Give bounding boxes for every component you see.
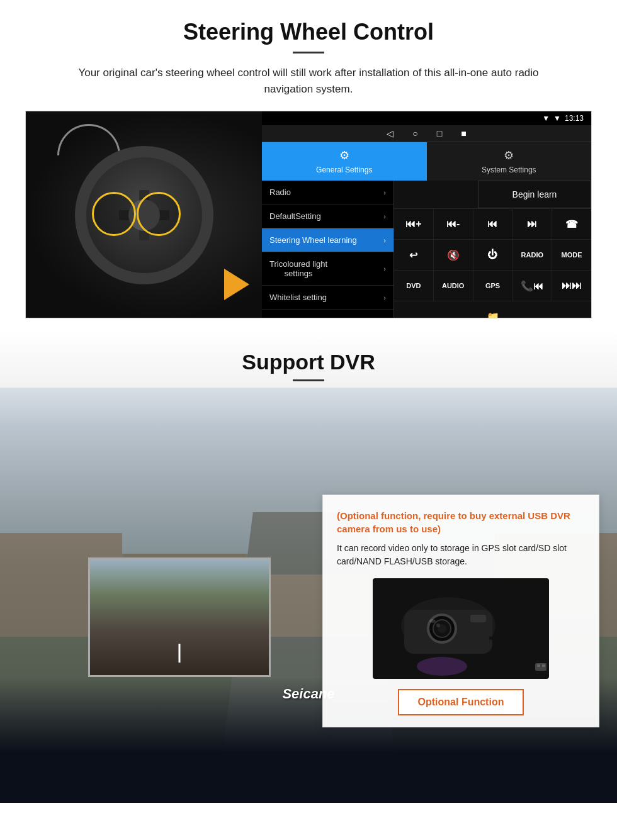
dvr-optional-notice: (Optional function, require to buy exter… bbox=[337, 509, 585, 535]
ctrl-gps[interactable]: GPS bbox=[473, 271, 513, 301]
ctrl-next-track[interactable]: ⏭ bbox=[512, 209, 552, 239]
control-row-3: DVD AUDIO GPS 📞⏮ ⏭⏭ bbox=[394, 270, 591, 301]
steering-title: Steering Wheel Control bbox=[25, 19, 592, 45]
chevron-icon: › bbox=[383, 265, 386, 272]
tab-system-label: System Settings bbox=[482, 165, 536, 174]
steering-description: Your original car's steering wheel contr… bbox=[57, 65, 560, 97]
optional-function-button[interactable]: Optional Function bbox=[398, 689, 524, 715]
dvr-info-box: (Optional function, require to buy exter… bbox=[322, 495, 599, 727]
android-ui-panel: ▼ ▼ 13:13 ◁ ○ □ ■ ⚙ General Settings ⚙ S… bbox=[262, 111, 591, 318]
spacer bbox=[394, 181, 478, 208]
ctrl-radio[interactable]: RADIO bbox=[512, 240, 552, 270]
dvr-camera-image bbox=[373, 578, 549, 679]
menu-tricoloured-label: Tricoloured lightsettings bbox=[269, 259, 327, 278]
status-bar: ▼ ▼ 13:13 bbox=[262, 111, 591, 125]
chevron-icon: › bbox=[383, 189, 386, 196]
recents-icon[interactable]: □ bbox=[437, 128, 442, 138]
ctrl-call[interactable]: ☎ bbox=[552, 209, 591, 239]
svg-rect-7 bbox=[535, 663, 546, 671]
steering-bg bbox=[26, 111, 262, 318]
control-row-2: ↩ 🔇 ⏻ RADIO MODE bbox=[394, 239, 591, 270]
menu-area: Radio › DefaultSetting › Steering Wheel … bbox=[262, 181, 591, 318]
menu-icon[interactable]: ■ bbox=[461, 128, 466, 138]
tab-general-settings[interactable]: ⚙ General Settings bbox=[262, 142, 427, 181]
arrow-indicator bbox=[224, 269, 249, 300]
begin-learn-row: Begin learn bbox=[394, 181, 591, 208]
dvr-description: It can record video only to storage in G… bbox=[337, 542, 585, 568]
svg-rect-8 bbox=[537, 664, 540, 667]
menu-item-tricoloured[interactable]: Tricoloured lightsettings › bbox=[262, 252, 393, 286]
chevron-icon: › bbox=[383, 213, 386, 220]
road-stripe bbox=[179, 644, 181, 663]
tab-general-label: General Settings bbox=[316, 165, 372, 174]
steering-demo-area: ▼ ▼ 13:13 ◁ ○ □ ■ ⚙ General Settings ⚙ S… bbox=[25, 111, 592, 318]
dvr-thumbnail bbox=[88, 557, 271, 677]
ctrl-folder[interactable]: 📁 bbox=[394, 301, 591, 318]
ctrl-audio[interactable]: AUDIO bbox=[434, 271, 473, 301]
steering-section: Steering Wheel Control Your original car… bbox=[0, 0, 617, 331]
dvr-title-divider bbox=[293, 379, 324, 381]
svg-rect-9 bbox=[542, 664, 545, 667]
dvr-heading: Support DVR bbox=[0, 331, 617, 388]
control-panel: Begin learn ⏮+ ⏮- ⏮ ⏭ ☎ ↩ 🔇 bbox=[394, 181, 591, 318]
android-nav-bar: ◁ ○ □ ■ bbox=[262, 125, 591, 142]
control-row-4: 📁 bbox=[394, 301, 591, 318]
svg-point-11 bbox=[417, 657, 467, 676]
menu-whitelist-label: Whitelist setting bbox=[269, 293, 327, 302]
ctrl-vol-up[interactable]: ⏮+ bbox=[394, 209, 434, 239]
control-row-1: ⏮+ ⏮- ⏮ ⏭ ☎ bbox=[394, 208, 591, 239]
menu-default-label: DefaultSetting bbox=[269, 211, 321, 221]
left-button-highlight bbox=[92, 192, 136, 236]
ctrl-vol-down[interactable]: ⏮- bbox=[434, 209, 473, 239]
ctrl-dvd[interactable]: DVD bbox=[394, 271, 434, 301]
menu-steering-label: Steering Wheel learning bbox=[269, 235, 357, 245]
chevron-icon: › bbox=[383, 294, 386, 301]
chevron-icon: › bbox=[383, 237, 386, 244]
home-icon[interactable]: ○ bbox=[412, 128, 417, 138]
ctrl-call-prev[interactable]: 📞⏮ bbox=[512, 271, 552, 301]
menu-radio-label: Radio bbox=[269, 188, 291, 197]
gauge-graphic bbox=[57, 124, 120, 155]
ctrl-hang-up[interactable]: ↩ bbox=[394, 240, 434, 270]
ctrl-skip[interactable]: ⏭⏭ bbox=[552, 271, 591, 301]
thumbnail-road bbox=[90, 559, 269, 675]
tab-system-settings[interactable]: ⚙ System Settings bbox=[427, 142, 592, 181]
system-settings-icon: ⚙ bbox=[504, 148, 514, 162]
back-icon[interactable]: ◁ bbox=[387, 128, 393, 138]
menu-item-default-setting[interactable]: DefaultSetting › bbox=[262, 204, 393, 228]
svg-point-10 bbox=[429, 619, 436, 623]
menu-item-steering-wheel[interactable]: Steering Wheel learning › bbox=[262, 228, 393, 252]
svg-rect-6 bbox=[470, 615, 486, 622]
dvr-title: Support DVR bbox=[0, 350, 617, 374]
title-divider bbox=[293, 52, 324, 53]
ctrl-power[interactable]: ⏻ bbox=[473, 240, 513, 270]
menu-item-radio[interactable]: Radio › bbox=[262, 181, 393, 204]
menu-item-whitelist[interactable]: Whitelist setting › bbox=[262, 286, 393, 310]
ctrl-mute[interactable]: 🔇 bbox=[434, 240, 473, 270]
settings-menu-list: Radio › DefaultSetting › Steering Wheel … bbox=[262, 181, 394, 318]
dvr-section: Support DVR (Optional function, require … bbox=[0, 331, 617, 803]
ctrl-prev-track[interactable]: ⏮ bbox=[473, 209, 513, 239]
ctrl-mode[interactable]: MODE bbox=[552, 240, 591, 270]
settings-tabs: ⚙ General Settings ⚙ System Settings bbox=[262, 142, 591, 181]
svg-point-5 bbox=[436, 624, 440, 627]
steering-photo bbox=[26, 111, 262, 318]
general-settings-icon: ⚙ bbox=[339, 148, 349, 162]
wifi-icon: ▼ bbox=[542, 114, 550, 123]
begin-learn-button[interactable]: Begin learn bbox=[478, 181, 591, 208]
right-button-highlight bbox=[137, 192, 181, 236]
status-time: 13:13 bbox=[565, 114, 584, 123]
steering-wheel bbox=[75, 146, 213, 284]
dvr-camera-svg bbox=[373, 578, 549, 679]
signal-icon: ▼ bbox=[553, 114, 561, 123]
